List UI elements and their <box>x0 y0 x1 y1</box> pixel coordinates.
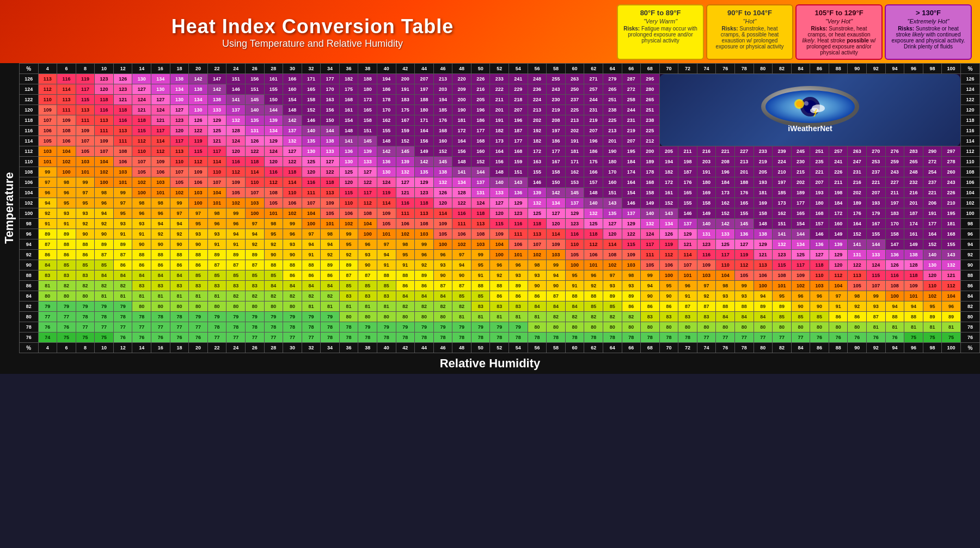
hi-cell-88-34: 86 <box>321 270 340 281</box>
hi-cell-90-70: 106 <box>659 260 678 270</box>
hi-cell-92-54: 101 <box>509 250 528 260</box>
hi-cell-110-78: 213 <box>734 157 754 167</box>
hi-cell-88-42: 88 <box>396 270 415 281</box>
hi-cell-96-58: 114 <box>547 229 566 239</box>
hi-cell-80-66: 82 <box>622 312 641 322</box>
hi-cell-106-64: 160 <box>603 177 622 188</box>
hi-cell-90-16: 86 <box>151 260 170 270</box>
hi-cell-80-12: 78 <box>113 312 132 322</box>
footer-hum-76: 76 <box>716 343 735 353</box>
hi-cell-80-58: 82 <box>547 312 566 322</box>
hi-cell-98-22: 96 <box>207 219 226 229</box>
hi-cell-94-72: 121 <box>678 239 697 250</box>
hi-cell-98-68: 132 <box>641 219 660 229</box>
hi-cell-82-80: 89 <box>754 301 773 312</box>
hi-cell-86-40: 85 <box>377 281 396 291</box>
hi-cell-84-36: 83 <box>339 291 358 301</box>
hi-cell-110-90: 247 <box>848 157 867 167</box>
hi-cell-88-44: 89 <box>415 270 434 281</box>
hi-cell-94-24: 91 <box>226 239 246 250</box>
hi-cell-108-82: 210 <box>773 167 792 177</box>
hi-cell-96-92: 155 <box>867 229 886 239</box>
hi-cell-86-8: 82 <box>76 281 95 291</box>
hi-cell-110-10: 104 <box>95 157 114 167</box>
hi-cell-80-100: 89 <box>942 312 961 322</box>
hi-cell-100-6: 93 <box>57 208 76 219</box>
hi-cell-84-78: 93 <box>734 291 754 301</box>
hi-cell-104-84: 189 <box>791 188 810 198</box>
hi-cell-90-34: 89 <box>321 260 340 270</box>
hi-cell-86-6: 82 <box>57 281 76 291</box>
hi-cell-86-56: 90 <box>528 281 547 291</box>
hi-cell-94-62: 112 <box>584 239 603 250</box>
hi-cell-108-4: 99 <box>38 167 57 177</box>
hi-cell-108-100: 260 <box>942 167 961 177</box>
hi-cell-108-56: 155 <box>528 167 547 177</box>
hi-cell-120-62: 231 <box>584 105 603 115</box>
hi-cell-94-32: 94 <box>302 239 321 250</box>
hi-cell-118-54: 196 <box>509 115 528 126</box>
hi-cell-96-54: 111 <box>509 229 528 239</box>
hi-cell-82-68: 86 <box>641 301 660 312</box>
hi-cell-100-76: 152 <box>716 208 735 219</box>
hi-cell-92-40: 94 <box>377 250 396 260</box>
hi-cell-126-28: 161 <box>264 74 283 84</box>
hi-cell-112-26: 122 <box>245 146 264 157</box>
hi-cell-116-36: 148 <box>339 126 358 136</box>
hi-cell-100-94: 183 <box>885 208 904 219</box>
hi-cell-94-10: 89 <box>95 239 114 250</box>
hi-cell-108-46: 138 <box>433 167 452 177</box>
hi-cell-98-94: 170 <box>885 219 904 229</box>
hi-cell-76-18: 76 <box>170 333 189 343</box>
hi-cell-82-60: 84 <box>565 301 584 312</box>
hi-cell-90-50: 95 <box>471 260 490 270</box>
hi-cell-118-44: 171 <box>415 115 434 126</box>
risk-box-hot: 90°F to 104°F "Hot" Risks: Sunstroke, he… <box>706 4 793 60</box>
humidity-header-92: 92 <box>867 64 886 74</box>
hi-cell-104-12: 99 <box>113 188 132 198</box>
hi-cell-116-32: 140 <box>302 126 321 136</box>
hi-cell-84-58: 87 <box>547 291 566 301</box>
hi-cell-110-40: 136 <box>377 157 396 167</box>
hi-cell-94-100: 155 <box>942 239 961 250</box>
hi-cell-76-24: 77 <box>226 333 246 343</box>
hi-cell-110-44: 142 <box>415 157 434 167</box>
hi-cell-88-62: 96 <box>584 270 603 281</box>
temp-row-78: 7876767777777777777778787878787878787979… <box>20 322 980 333</box>
hot-category: "Hot" <box>712 18 788 24</box>
hi-cell-106-74: 180 <box>697 177 716 188</box>
hi-cell-94-82: 132 <box>773 239 792 250</box>
hi-cell-78-76: 80 <box>716 322 735 333</box>
hi-cell-98-40: 105 <box>377 219 396 229</box>
temp-label-80: 80 <box>20 312 39 322</box>
hi-cell-84-82: 95 <box>773 291 792 301</box>
temp-label-114: 114 <box>20 136 39 146</box>
hi-cell-112-48: 156 <box>452 146 471 157</box>
hi-cell-118-42: 167 <box>396 115 415 126</box>
hi-cell-116-26: 131 <box>245 126 264 136</box>
hi-cell-110-52: 156 <box>490 157 509 167</box>
temp-row-112: 1121031041051071081101121131151171201221… <box>20 146 980 157</box>
hi-cell-96-62: 118 <box>584 229 603 239</box>
hi-cell-84-14: 81 <box>132 291 151 301</box>
hi-cell-92-76: 117 <box>716 250 735 260</box>
hi-cell-122-62: 244 <box>584 95 603 105</box>
hi-cell-82-72: 87 <box>678 301 697 312</box>
hi-cell-98-66: 129 <box>622 219 641 229</box>
hi-cell-80-52: 81 <box>490 312 509 322</box>
hi-cell-104-74: 169 <box>697 188 716 198</box>
hi-cell-76-96: 75 <box>904 333 923 343</box>
hi-cell-94-84: 134 <box>791 239 810 250</box>
hi-cell-86-10: 82 <box>95 281 114 291</box>
hi-cell-120-34: 156 <box>321 105 340 115</box>
hi-cell-126-32: 171 <box>302 74 321 84</box>
hi-cell-100-52: 120 <box>490 208 509 219</box>
hi-cell-94-86: 136 <box>810 239 829 250</box>
hi-cell-104-24: 105 <box>226 188 246 198</box>
hi-cell-106-10: 100 <box>95 177 114 188</box>
hi-cell-94-80: 129 <box>754 239 773 250</box>
hi-cell-122-68: 265 <box>641 95 660 105</box>
temp-label-right-124: 124 <box>960 84 979 95</box>
hi-cell-120-30: 148 <box>283 105 302 115</box>
hi-cell-90-62: 101 <box>584 260 603 270</box>
